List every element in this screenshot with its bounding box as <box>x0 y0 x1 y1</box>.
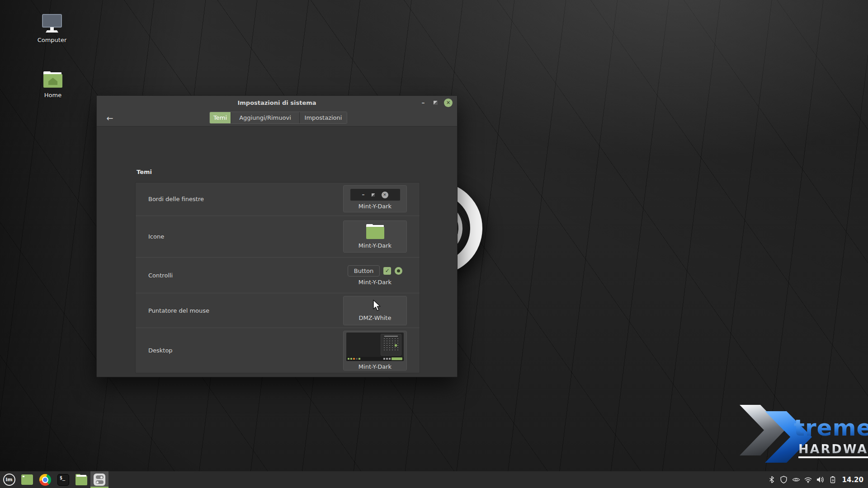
desktop-theme-preview <box>346 333 404 361</box>
taskbar-clock[interactable]: 14.20 <box>842 476 863 484</box>
terminal-icon: $_ <box>57 474 69 486</box>
wifi-icon[interactable] <box>804 476 812 484</box>
logo-underline <box>798 456 868 458</box>
preview-radio <box>395 267 402 275</box>
tab-temi[interactable]: Temi <box>210 112 231 123</box>
computer-monitor-icon <box>41 14 63 33</box>
nvidia-icon[interactable] <box>792 476 800 484</box>
taskbar-item-settings-active[interactable] <box>90 471 108 488</box>
theme-value: Mint-Y-Dark <box>359 363 392 370</box>
window-borders-theme-picker[interactable]: – ✕ Mint-Y-Dark <box>343 185 407 212</box>
preview-calendar <box>381 334 401 356</box>
theme-value: Mint-Y-Dark <box>359 203 392 210</box>
pointer-theme-picker[interactable]: DMZ-White <box>343 296 407 325</box>
section-title: Temi <box>137 169 152 175</box>
volume-icon[interactable] <box>816 476 825 484</box>
tab-bar: Temi Aggiungi/Rimuovi Impostazioni <box>209 112 347 124</box>
window-title: Impostazioni di sistema <box>237 99 316 106</box>
battery-power-icon[interactable] <box>829 476 837 484</box>
preview-maximize-icon <box>372 193 375 197</box>
settings-toggles-icon <box>94 474 105 486</box>
taskbar-item-files[interactable] <box>72 471 90 488</box>
tab-impostazioni[interactable]: Impostazioni <box>300 112 347 123</box>
preview-button: Button <box>348 265 380 277</box>
bluetooth-icon[interactable] <box>768 476 776 484</box>
theme-value: DMZ-White <box>359 314 392 321</box>
desktop-icon-computer[interactable]: Computer <box>23 14 81 43</box>
logo-hardware-text: HARDWARE <box>798 442 868 456</box>
settings-content: Temi Bordi delle finestre – ✕ Mint-Y-Dar… <box>97 127 457 377</box>
desktop-theme-picker[interactable]: Mint-Y-Dark <box>343 331 407 371</box>
taskbar-item-terminal[interactable]: $_ <box>54 471 72 488</box>
taskbar: lm $_ 14.20 <box>0 471 868 488</box>
firewall-shield-icon[interactable] <box>780 476 788 484</box>
mint-menu-button[interactable]: lm <box>0 471 18 488</box>
desktop-icon-label: Home <box>44 92 61 99</box>
row-label: Puntatore del mouse <box>136 307 209 314</box>
back-button[interactable]: ← <box>104 112 116 124</box>
theme-value: Mint-Y-Dark <box>359 279 392 286</box>
row-icons: Icone Mint-Y-Dark <box>136 216 420 258</box>
xtreme-hardware-watermark: treme HARDWARE <box>737 405 863 464</box>
system-tray: 14.20 <box>768 476 868 484</box>
preview-taskbar <box>346 357 404 361</box>
preview-checkbox: ✓ <box>383 267 391 275</box>
row-desktop: Desktop <box>136 328 420 373</box>
desktop-icon-home[interactable]: Home <box>24 71 82 99</box>
taskbar-item-chrome[interactable] <box>36 471 54 488</box>
chrome-icon <box>39 474 51 486</box>
row-label: Controlli <box>136 272 173 279</box>
preview-close-icon: ✕ <box>382 192 388 198</box>
row-controls: Controlli Button ✓ Mint-Y-Dark <box>136 258 420 293</box>
controls-theme-picker[interactable]: Button ✓ Mint-Y-Dark <box>343 265 407 286</box>
row-mouse-pointer: Puntatore del mouse DMZ-White <box>136 293 420 328</box>
preview-minimize-icon: – <box>362 192 365 198</box>
taskbar-item-window-app[interactable] <box>18 471 36 488</box>
window-titlebar[interactable]: Impostazioni di sistema – ✕ <box>97 96 457 109</box>
themes-list: Bordi delle finestre – ✕ Mint-Y-Dark Ico… <box>135 182 420 373</box>
green-window-icon <box>21 474 33 485</box>
window-buttons-preview: – ✕ <box>350 189 400 201</box>
file-manager-icon <box>75 476 87 485</box>
row-label: Desktop <box>136 347 173 354</box>
window-toolbar: ← Temi Aggiungi/Rimuovi Impostazioni <box>97 109 457 127</box>
row-label: Icone <box>136 233 164 240</box>
tab-aggiungi-rimuovi[interactable]: Aggiungi/Rimuovi <box>231 112 300 123</box>
close-button[interactable]: ✕ <box>444 99 453 107</box>
maximize-button[interactable] <box>434 101 438 105</box>
mouse-cursor-icon <box>373 300 382 312</box>
desktop-icon-label: Computer <box>38 37 67 43</box>
icons-theme-picker[interactable]: Mint-Y-Dark <box>343 221 407 253</box>
minimize-button[interactable]: – <box>419 99 427 106</box>
system-settings-window: Impostazioni di sistema – ✕ ← Temi Aggiu… <box>96 95 458 377</box>
home-folder-icon <box>42 71 63 89</box>
mint-logo-icon: lm <box>3 474 15 486</box>
theme-value: Mint-Y-Dark <box>359 242 392 249</box>
row-window-borders: Bordi delle finestre – ✕ Mint-Y-Dark <box>136 183 420 216</box>
green-folder-icon <box>365 224 385 240</box>
row-label: Bordi delle finestre <box>136 196 204 202</box>
logo-treme-text: treme <box>794 415 868 441</box>
